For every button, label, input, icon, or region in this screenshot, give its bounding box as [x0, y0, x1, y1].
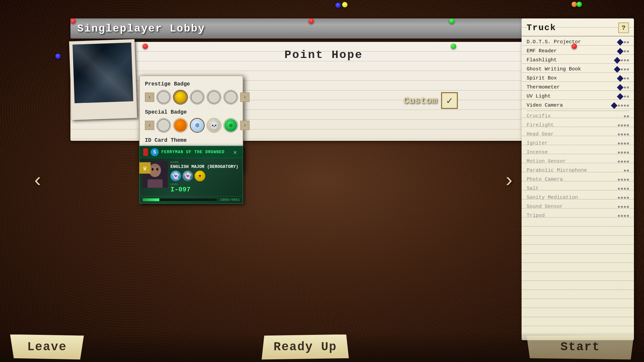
- truck-item-tripod[interactable]: Tripod: [522, 211, 634, 220]
- bottom-buttons-bar: Leave Ready Up Start: [0, 332, 644, 362]
- id-theme-label: ID Card Theme: [145, 137, 237, 143]
- item-dots: [618, 188, 629, 190]
- truck-item-video-camera[interactable]: Video Camera: [522, 101, 634, 110]
- dot: [624, 152, 626, 154]
- dot: [621, 197, 623, 199]
- dot: [621, 133, 623, 135]
- dot: [624, 115, 626, 117]
- dot: [627, 50, 629, 52]
- item-dots: [618, 152, 629, 154]
- truck-item-flashlight[interactable]: Flashlight: [522, 56, 634, 65]
- special-slot-green[interactable]: ⚙: [223, 118, 238, 133]
- dot: [618, 206, 620, 208]
- dot: [618, 152, 620, 154]
- close-button[interactable]: ✕: [231, 148, 239, 156]
- truck-item-uv-light[interactable]: UV Light: [522, 92, 634, 101]
- pushpin-green-main: [451, 44, 456, 49]
- svg-point-2: [150, 166, 160, 177]
- nav-left-arrow[interactable]: ‹: [27, 168, 49, 194]
- prestige-slot-gold[interactable]: [173, 90, 188, 105]
- truck-item-parabolic-microphone[interactable]: Parabolic Microphone: [522, 166, 634, 175]
- dot: [624, 105, 626, 107]
- left-arrow-icon: ‹: [32, 170, 44, 192]
- item-dots: [624, 96, 629, 98]
- special-badge-row: ‹ ❄ 💀 ⚙ ›: [145, 118, 237, 133]
- right-arrow-icon: ›: [503, 170, 515, 192]
- dot: [627, 124, 629, 126]
- truck-help-button[interactable]: ?: [618, 22, 629, 33]
- dot: [627, 170, 629, 172]
- item-dots: [624, 115, 629, 117]
- truck-item-emf[interactable]: EMF Reader: [522, 47, 634, 56]
- item-name: Incense: [527, 149, 618, 155]
- dot: [621, 188, 623, 190]
- special-badge-pumpkin: [174, 119, 187, 132]
- dot: [627, 115, 629, 117]
- truck-item-ghost-writing[interactable]: Ghost Writing Book: [522, 65, 634, 74]
- special-slot-snowflake[interactable]: ❄: [190, 118, 205, 133]
- special-slot-empty[interactable]: [156, 118, 171, 133]
- prestige-slot-empty1[interactable]: [156, 90, 171, 105]
- special-slot-pumpkin[interactable]: [173, 118, 188, 133]
- item-name: Ghost Writing Book: [527, 66, 615, 72]
- special-badge-green: ⚙: [224, 119, 237, 132]
- item-name: Thermometer: [527, 84, 618, 90]
- item-dots: [624, 77, 629, 79]
- special-slot-skull[interactable]: 💀: [207, 118, 221, 133]
- dot: [618, 105, 620, 107]
- item-name: Firelight: [527, 122, 618, 128]
- player-level-row: LEVEL I-097: [170, 183, 240, 193]
- dot: [621, 206, 623, 208]
- prestige-badge-empty4: [224, 91, 237, 104]
- special-next-arrow[interactable]: ›: [240, 121, 250, 130]
- truck-item-photo-camera[interactable]: Photo Camera: [522, 175, 634, 184]
- player-id-card: S FERRYMAN OF THE DROWNED ✕ NAME ENGLISH…: [139, 146, 243, 204]
- item-diamond: [617, 75, 624, 82]
- truck-item-firelight[interactable]: Firelight: [522, 121, 634, 130]
- dot: [621, 59, 623, 61]
- dot: [624, 197, 626, 199]
- dot: [624, 124, 626, 126]
- prestige-slot-empty4[interactable]: [223, 90, 238, 105]
- item-diamond: [617, 93, 624, 100]
- truck-item-sanity-medication[interactable]: Sanity Medication: [522, 193, 634, 202]
- prestige-slot-empty3[interactable]: [207, 90, 221, 105]
- ready-up-button[interactable]: Ready Up: [262, 335, 349, 360]
- truck-item-dots-projector[interactable]: D.O.T.S. Projector: [522, 38, 634, 47]
- special-prev-arrow[interactable]: ‹: [145, 121, 154, 130]
- truck-item-crucifix[interactable]: Crucifix: [522, 112, 634, 121]
- start-button[interactable]: Start: [527, 335, 634, 360]
- truck-item-incense[interactable]: Incense: [522, 148, 634, 157]
- special-badge-snowflake: ❄: [191, 119, 204, 132]
- truck-item-salt[interactable]: Salt: [522, 184, 634, 193]
- item-name: Crucifix: [527, 113, 624, 119]
- dot: [627, 197, 629, 199]
- nav-right-arrow[interactable]: ›: [498, 168, 520, 194]
- prestige-next-arrow[interactable]: ›: [240, 93, 250, 102]
- dot: [627, 96, 629, 98]
- svg-point-4: [152, 168, 154, 171]
- truck-title: Truck: [527, 23, 556, 33]
- truck-panel: Truck ? D.O.T.S. Projector EMF Reader Fl…: [522, 18, 634, 340]
- xp-text: 1068/4861: [220, 198, 240, 202]
- truck-item-head-gear[interactable]: Head Gear: [522, 130, 634, 139]
- truck-item-sound-sensor[interactable]: Sound Sensor: [522, 202, 634, 211]
- truck-item-motion-sensor[interactable]: Motion Sensor: [522, 157, 634, 166]
- special-badge-skull: 💀: [208, 119, 220, 132]
- leave-button[interactable]: Leave: [10, 335, 84, 360]
- truck-item-spirit-box[interactable]: Spirit Box: [522, 74, 634, 83]
- prestige-slot-empty2[interactable]: [190, 90, 205, 105]
- item-dots: [624, 86, 629, 88]
- prestige-badge-gold: [174, 91, 187, 104]
- prestige-prev-arrow[interactable]: ‹: [145, 93, 154, 102]
- truck-item-igniter[interactable]: Igniter: [522, 139, 634, 148]
- item-diamond: [611, 102, 618, 109]
- leave-label: Leave: [27, 340, 67, 354]
- dot: [627, 142, 629, 144]
- dot: [621, 124, 623, 126]
- item-dots: [624, 50, 629, 52]
- item-name: Parabolic Microphone: [527, 168, 624, 173]
- player-badge-3: ⚜: [195, 171, 205, 181]
- custom-checkbox[interactable]: ✓: [441, 92, 458, 109]
- truck-item-thermometer[interactable]: Thermometer: [522, 83, 634, 92]
